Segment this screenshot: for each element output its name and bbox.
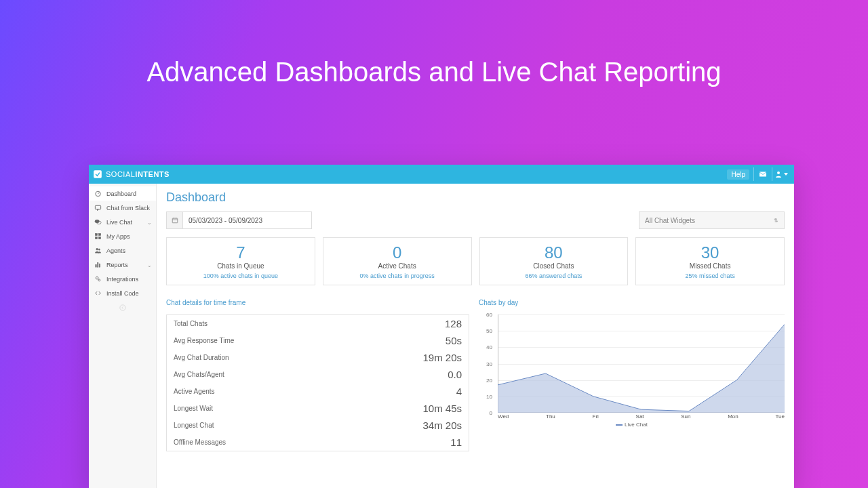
date-range-picker[interactable]: 05/03/2023 - 05/09/2023 [166, 211, 312, 229]
svg-rect-9 [98, 233, 100, 235]
chart-legend: Live Chat [479, 422, 785, 428]
topbar-right: Help [727, 165, 790, 184]
cogs-icon [94, 275, 102, 283]
main-content: Dashboard 05/03/2023 - 05/09/2023 All Ch… [157, 184, 794, 488]
sidebar-item-label: Agents [106, 247, 125, 254]
sidebar-item-label: Live Chat [106, 219, 132, 226]
detail-value: 50s [446, 335, 462, 346]
sidebar-item-integrations[interactable]: Integrations [89, 272, 156, 286]
comments-icon [94, 218, 102, 226]
brand-icon [93, 169, 102, 179]
y-tick: 50 [486, 328, 492, 334]
y-tick: 10 [486, 393, 492, 399]
envelope-icon[interactable] [754, 165, 772, 184]
details-panel: Chat details for time frame Total Chats1… [166, 299, 469, 451]
x-tick: Sun [681, 413, 690, 420]
sidebar-item-agents[interactable]: Agents [89, 243, 156, 258]
stat-label: Missed Chats [640, 262, 780, 270]
svg-rect-15 [98, 263, 98, 267]
detail-value: 34m 20s [422, 420, 462, 431]
stat-card[interactable]: 0Active Chats0% active chats in progress [323, 237, 472, 285]
detail-label: Active Agents [174, 388, 215, 395]
details-title: Chat details for time frame [166, 299, 469, 306]
chevron-down-icon: ⌄ [147, 219, 152, 225]
sidebar-item-live-chat[interactable]: Live Chat⌄ [89, 215, 156, 229]
chevron-down-icon [784, 173, 788, 176]
stat-card[interactable]: 7Chats in Queue100% active chats in queu… [166, 237, 315, 285]
stat-number: 30 [640, 243, 780, 262]
chevron-left-icon [119, 304, 126, 311]
svg-rect-8 [95, 233, 97, 235]
svg-rect-10 [95, 237, 97, 239]
chart-panel: Chats by day 0102030405060 WedThuFriSatS… [479, 299, 785, 451]
detail-row: Longest Wait10m 45s [167, 400, 469, 417]
svg-point-2 [777, 171, 780, 174]
detail-value: 0.0 [448, 369, 462, 380]
legend-swatch [616, 424, 623, 426]
y-tick: 60 [486, 312, 492, 318]
svg-point-12 [96, 248, 98, 250]
svg-rect-16 [99, 264, 100, 267]
sidebar-item-my-apps[interactable]: My Apps [89, 229, 156, 243]
sidebar-item-reports[interactable]: Reports⌄ [89, 258, 156, 272]
stat-subtext: 66% answered chats [484, 272, 624, 279]
stat-subtext: 100% active chats in queue [171, 272, 311, 279]
detail-row: Total Chats128 [167, 315, 469, 332]
sidebar-item-label: Install Code [106, 290, 139, 297]
detail-row: Avg Response Time50s [167, 332, 469, 349]
details-table: Total Chats128Avg Response Time50sAvg Ch… [166, 314, 469, 451]
legend-label: Live Chat [625, 422, 648, 428]
detail-row: Active Agents4 [167, 383, 469, 400]
x-tick: Fri [593, 413, 599, 420]
y-tick: 40 [486, 344, 492, 350]
svg-point-13 [98, 249, 100, 250]
sidebar-collapse[interactable] [89, 300, 156, 317]
select-caret-icon: ⇅ [774, 218, 778, 224]
y-tick: 0 [490, 410, 492, 416]
detail-row: Offline Messages11 [167, 434, 469, 451]
detail-value: 10m 45s [422, 403, 462, 414]
sidebar-item-dashboard[interactable]: Dashboard [89, 186, 156, 201]
detail-row: Longest Chat34m 20s [167, 417, 469, 434]
sidebar-item-label: Integrations [106, 276, 138, 283]
user-menu[interactable] [772, 165, 790, 184]
sidebar-item-chat-from-slack[interactable]: Chat from Slack [89, 201, 156, 215]
sidebar-item-install-code[interactable]: Install Code [89, 286, 156, 300]
calendar-icon [167, 212, 183, 228]
app-window: SOCIALINTENTS Help DashboardChat from Sl… [89, 165, 794, 488]
stat-subtext: 25% missed chats [640, 272, 780, 279]
brand-logo[interactable]: SOCIALINTENTS [93, 169, 170, 179]
stat-label: Chats in Queue [171, 262, 311, 270]
help-button[interactable]: Help [727, 169, 749, 180]
x-tick: Thu [546, 413, 555, 420]
widget-select-value: All Chat Widgets [645, 217, 695, 224]
svg-rect-14 [96, 265, 96, 268]
x-tick: Sat [636, 413, 644, 420]
stat-number: 0 [328, 243, 467, 262]
users-icon [94, 247, 102, 254]
chats-by-day-chart: 0102030405060 WedThuFriSatSunMonTue Live… [479, 314, 785, 433]
panels: Chat details for time frame Total Chats1… [166, 299, 785, 451]
marketing-heading: Advanced Dashboards and Live Chat Report… [0, 0, 868, 87]
svg-point-17 [96, 277, 98, 279]
sidebar-item-label: Dashboard [106, 190, 136, 197]
svg-rect-5 [95, 205, 100, 209]
x-tick: Wed [498, 413, 509, 420]
topbar: SOCIALINTENTS Help [89, 165, 794, 184]
detail-label: Total Chats [174, 320, 208, 327]
date-range-text: 05/03/2023 - 05/09/2023 [183, 217, 262, 224]
stat-label: Active Chats [328, 262, 467, 270]
detail-value: 11 [450, 436, 462, 448]
sidebar-item-label: My Apps [106, 233, 130, 240]
stat-card[interactable]: 30Missed Chats25% missed chats [635, 237, 785, 285]
stat-card[interactable]: 80Closed Chats66% answered chats [479, 237, 629, 285]
detail-label: Longest Chat [174, 422, 214, 429]
chart-title: Chats by day [479, 299, 785, 306]
chevron-down-icon: ⌄ [147, 262, 152, 268]
code-icon [94, 289, 102, 297]
bars-icon [94, 261, 102, 268]
svg-rect-20 [172, 218, 178, 223]
chart-area [498, 325, 785, 413]
widget-select[interactable]: All Chat Widgets ⇅ [639, 211, 785, 229]
sidebar: DashboardChat from SlackLive Chat⌄My App… [89, 184, 157, 488]
